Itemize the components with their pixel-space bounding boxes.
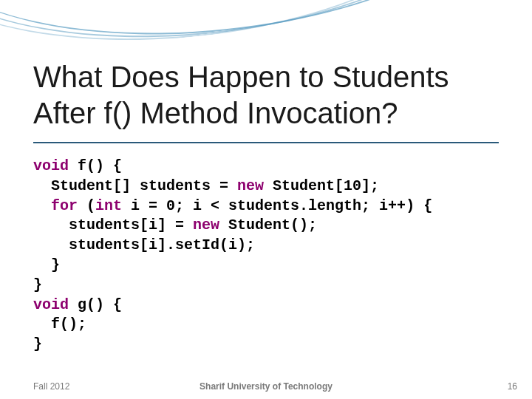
code-text: students[i].setId(i); [69, 236, 255, 253]
swoosh-arc [0, 0, 500, 68]
code-block: void f() { Student[] students = new Stud… [33, 157, 432, 355]
keyword-void: void [33, 157, 69, 174]
keyword-for: for [51, 197, 78, 214]
title-underline [33, 142, 499, 143]
code-text: Student[] students = [51, 177, 237, 194]
code-text: } [33, 256, 60, 273]
footer-page-number: 16 [508, 381, 517, 392]
code-text: i = 0; i < students.length; i++) { [122, 197, 432, 214]
code-text: students[i] = [69, 216, 193, 233]
code-text: f(); [33, 316, 86, 332]
code-text: Student[10]; [264, 177, 379, 194]
keyword-new: new [237, 177, 264, 194]
keyword-int: int [95, 197, 122, 214]
code-text [33, 177, 51, 194]
slide-title: What Does Happen to Students After f() M… [33, 59, 506, 132]
code-text: ( [78, 197, 95, 214]
code-text [33, 197, 51, 214]
code-text: f() { [69, 157, 122, 174]
keyword-new: new [193, 216, 219, 233]
code-text: g() { [69, 296, 122, 313]
swoosh-arc [0, 0, 514, 65]
header-swoosh [0, 0, 517, 59]
code-text [33, 216, 69, 233]
code-text: } [33, 335, 42, 352]
swoosh-arc [0, 0, 529, 62]
code-text: Student(); [219, 216, 317, 233]
keyword-void: void [33, 296, 69, 313]
footer-center: Sharif University of Technology [0, 381, 532, 392]
code-text [33, 236, 69, 253]
code-text: } [33, 276, 42, 293]
